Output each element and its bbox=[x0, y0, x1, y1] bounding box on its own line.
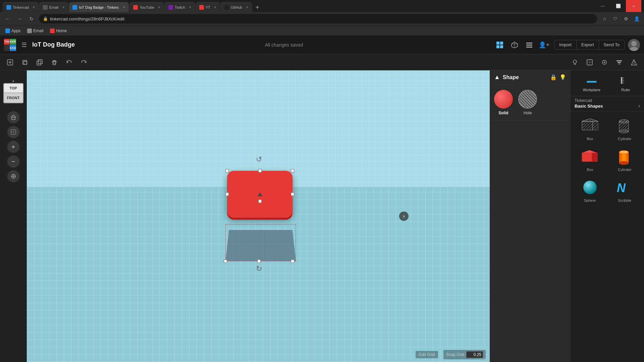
browser-tab-4[interactable]: YouTube × bbox=[129, 2, 164, 12]
hamburger-menu-button[interactable]: ☰ bbox=[19, 40, 30, 50]
center-square-handle[interactable] bbox=[258, 199, 262, 203]
handle-bottom-left[interactable] bbox=[224, 259, 227, 263]
shape-item-scribble[interactable]: N Scribble bbox=[608, 176, 642, 205]
project-name[interactable]: IoT Dog Badge bbox=[32, 41, 75, 48]
browser-tab-1[interactable]: Tinkercad × bbox=[3, 2, 39, 12]
send-to-button[interactable]: Send To bbox=[599, 40, 624, 49]
workplane-button[interactable]: Workplane bbox=[583, 74, 600, 92]
toolbar bbox=[0, 54, 644, 70]
bookmark-email[interactable]: Email bbox=[24, 28, 46, 34]
handle-middle-left[interactable] bbox=[225, 192, 229, 196]
ruler-button[interactable]: Ruler bbox=[620, 74, 632, 92]
zoom-out-button[interactable]: − bbox=[7, 156, 19, 168]
svg-point-61 bbox=[619, 130, 629, 133]
user-avatar[interactable] bbox=[628, 39, 640, 51]
handle-top-center[interactable] bbox=[258, 169, 262, 172]
shape-item-cylinder-gray[interactable]: Cylinder bbox=[608, 114, 642, 143]
browser-tab-6[interactable]: YT × bbox=[196, 2, 220, 12]
shapes-subcategory-dropdown[interactable]: Basic Shapes › bbox=[575, 103, 640, 109]
handle-bottom-right[interactable] bbox=[291, 259, 294, 263]
rotate-handle-bottom[interactable]: ↻ bbox=[256, 264, 262, 273]
svg-marker-55 bbox=[582, 121, 593, 130]
grid-view-button[interactable] bbox=[493, 38, 506, 52]
bookmark-star-icon[interactable]: ☆ bbox=[600, 14, 609, 23]
shape-item-cylinder-orange[interactable]: Cylinder bbox=[608, 145, 642, 174]
add-user-button[interactable]: 👤+ bbox=[537, 38, 551, 52]
light-shape-icon[interactable]: 💡 bbox=[559, 74, 566, 80]
minimize-button[interactable]: — bbox=[595, 0, 610, 12]
shape-item-sphere-blue[interactable]: Sphere bbox=[573, 176, 607, 205]
tab-label-1: Tinkercad bbox=[13, 5, 29, 9]
canvas-area[interactable]: ↺ bbox=[27, 70, 490, 362]
zoom-in-button[interactable]: + bbox=[7, 141, 19, 153]
tab-close-4[interactable]: × bbox=[156, 5, 160, 10]
logo-empty bbox=[4, 45, 9, 51]
profile-icon[interactable]: 👤 bbox=[632, 14, 641, 23]
select-tool[interactable] bbox=[584, 56, 596, 68]
browser-tab-7[interactable]: GitHub × bbox=[221, 2, 252, 12]
extension-icon-2[interactable]: ⚙ bbox=[621, 14, 631, 23]
address-box[interactable]: 🔒 tinkercad.com/things/28n6PJltXcK/edit bbox=[39, 14, 597, 23]
undo-button[interactable] bbox=[63, 56, 75, 68]
lock-shape-icon[interactable]: 🔒 bbox=[550, 74, 557, 80]
bookmark-home[interactable]: Home bbox=[47, 28, 69, 34]
view-cube[interactable]: ▲ TOP FRONT bbox=[0, 76, 29, 106]
hole-circle bbox=[518, 90, 537, 109]
red-rounded-box[interactable] bbox=[227, 171, 292, 218]
shape-panel-collapse-button[interactable]: ▲ bbox=[494, 74, 500, 81]
panel-collapse-arrow[interactable]: › bbox=[399, 212, 409, 221]
edit-grid-button[interactable]: Edit Grid bbox=[416, 351, 438, 358]
browser-tab-5[interactable]: Twitch × bbox=[165, 2, 195, 12]
tab-close-5[interactable]: × bbox=[187, 5, 191, 10]
tab-close-7[interactable]: × bbox=[244, 5, 248, 10]
tab-close-3[interactable]: × bbox=[121, 5, 125, 10]
export-button[interactable]: Export bbox=[577, 40, 599, 49]
delete-button[interactable] bbox=[48, 56, 60, 68]
fit-view-button[interactable] bbox=[7, 126, 19, 138]
close-button[interactable]: × bbox=[626, 0, 641, 12]
copy-button[interactable] bbox=[19, 56, 31, 68]
svg-marker-57 bbox=[593, 121, 598, 130]
3d-view-button[interactable] bbox=[508, 38, 521, 52]
shape-item-box-gray[interactable]: Box bbox=[573, 114, 607, 143]
mirror-tool[interactable] bbox=[598, 56, 610, 68]
handle-bottom-center[interactable] bbox=[257, 259, 261, 263]
tab-close-2[interactable]: × bbox=[60, 5, 64, 10]
bookmark-apps[interactable]: Apps bbox=[3, 28, 23, 34]
list-view-button[interactable] bbox=[523, 38, 536, 52]
import-button[interactable]: Import bbox=[554, 40, 577, 49]
solid-option[interactable]: Solid bbox=[494, 90, 513, 115]
back-button[interactable]: ← bbox=[3, 14, 12, 23]
new-tab-button[interactable]: + bbox=[253, 3, 262, 12]
browser-tab-2[interactable]: Email × bbox=[39, 2, 68, 12]
workplane-label: Workplane bbox=[583, 88, 600, 92]
redo-button[interactable] bbox=[78, 56, 90, 68]
center-triangle-handle[interactable] bbox=[258, 192, 262, 196]
duplicate-button[interactable] bbox=[34, 56, 46, 68]
handle-top-left[interactable] bbox=[225, 169, 229, 172]
light-tool[interactable] bbox=[569, 56, 581, 68]
browser-tab-3[interactable]: IoT Dog Badge - Tinkercad × bbox=[69, 2, 129, 12]
saved-status: All changes saved bbox=[265, 42, 303, 48]
tinkercad-logo[interactable]: TIN KER CAD bbox=[4, 39, 16, 51]
align-tool[interactable] bbox=[613, 56, 625, 68]
flip-tool[interactable] bbox=[628, 56, 640, 68]
new-shape-button[interactable] bbox=[4, 56, 16, 68]
svg-rect-0 bbox=[496, 42, 499, 45]
tab-close-1[interactable]: × bbox=[31, 5, 35, 10]
handle-middle-right[interactable] bbox=[291, 192, 294, 196]
rotate-handle-top[interactable]: ↺ bbox=[256, 155, 262, 164]
forward-button[interactable]: → bbox=[15, 14, 24, 23]
home-view-button[interactable] bbox=[7, 111, 19, 123]
refresh-button[interactable]: ↻ bbox=[27, 14, 36, 23]
transform-button[interactable] bbox=[7, 170, 19, 182]
shape-group[interactable]: ↺ bbox=[222, 167, 296, 261]
maximize-button[interactable]: ⬜ bbox=[610, 0, 626, 12]
svg-text:N: N bbox=[617, 181, 626, 195]
tab-close-6[interactable]: × bbox=[212, 5, 216, 10]
hole-option[interactable]: Hole bbox=[518, 90, 537, 115]
tab-label-6: YT bbox=[206, 5, 210, 9]
extension-icon-1[interactable]: 🛡 bbox=[610, 14, 620, 23]
shape-item-box-red[interactable]: Box bbox=[573, 145, 607, 174]
handle-top-right[interactable] bbox=[291, 169, 294, 172]
